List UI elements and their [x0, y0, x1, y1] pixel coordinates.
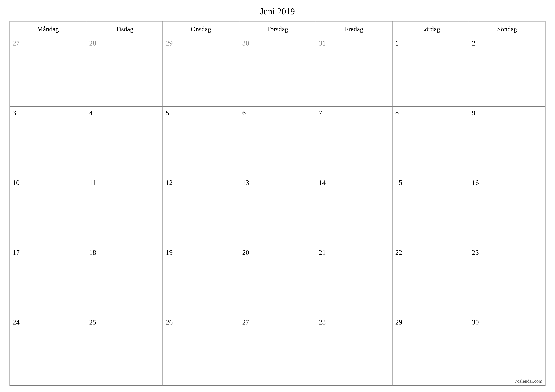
day-number: 11: [89, 179, 96, 186]
calendar-day-cell: 5: [163, 107, 239, 176]
day-number: 27: [242, 318, 249, 326]
day-number: 19: [166, 249, 173, 256]
day-number: 21: [319, 249, 326, 256]
weekday-header: Måndag: [10, 21, 86, 37]
calendar-day-cell: 26: [163, 316, 239, 385]
weekday-header: Fredag: [316, 21, 392, 37]
calendar-day-cell: 16: [469, 176, 545, 246]
day-number: 18: [89, 249, 96, 256]
calendar-day-cell: 7: [316, 107, 392, 176]
calendar-day-cell: 27: [10, 37, 86, 107]
weekday-header: Söndag: [469, 21, 545, 37]
calendar-day-cell: 24: [10, 316, 86, 385]
calendar-day-cell: 21: [316, 246, 392, 316]
day-number: 16: [472, 179, 479, 186]
calendar-day-cell: 10: [10, 176, 86, 246]
day-number: 15: [395, 179, 402, 186]
calendar-day-cell: 9: [469, 107, 545, 176]
day-number: 23: [472, 249, 479, 256]
calendar-day-cell: 31: [316, 37, 392, 107]
weekday-header-row: Måndag Tisdag Onsdag Torsdag Fredag Lörd…: [10, 21, 545, 37]
calendar-day-cell: 30: [239, 37, 316, 107]
day-number: 30: [472, 318, 479, 326]
day-number: 7: [319, 109, 322, 117]
day-number: 17: [13, 249, 20, 256]
calendar-day-cell: 3: [10, 107, 86, 176]
calendar-day-cell: 1: [392, 37, 469, 107]
day-number: 28: [319, 318, 326, 326]
day-number: 3: [13, 109, 16, 117]
calendar-day-cell: 4: [86, 107, 163, 176]
calendar-day-cell: 22: [392, 246, 469, 316]
day-number: 9: [472, 109, 475, 117]
day-number: 29: [395, 318, 402, 326]
footer-credit: 7calendar.com: [515, 378, 542, 384]
calendar-day-cell: 17: [10, 246, 86, 316]
calendar-week-row: 242526272829307calendar.com: [10, 316, 545, 385]
calendar-day-cell: 307calendar.com: [469, 316, 545, 385]
day-number: 14: [319, 179, 326, 186]
day-number: 27: [13, 39, 20, 47]
calendar-day-cell: 6: [239, 107, 316, 176]
calendar-day-cell: 19: [163, 246, 239, 316]
day-number: 8: [395, 109, 399, 117]
calendar-day-cell: 29: [163, 37, 239, 107]
calendar-container: Juni 2019 Måndag Tisdag Onsdag Torsdag F…: [9, 6, 546, 386]
calendar-day-cell: 2: [469, 37, 545, 107]
calendar-day-cell: 28: [86, 37, 163, 107]
day-number: 5: [166, 109, 169, 117]
calendar-week-row: 10111213141516: [10, 176, 545, 246]
day-number: 29: [166, 39, 173, 47]
day-number: 26: [166, 318, 173, 326]
calendar-week-row: 3456789: [10, 107, 545, 176]
day-number: 4: [89, 109, 93, 117]
weekday-header: Lördag: [392, 21, 469, 37]
day-number: 1: [395, 39, 399, 47]
calendar-week-row: 17181920212223: [10, 246, 545, 316]
weekday-header: Torsdag: [239, 21, 316, 37]
calendar-day-cell: 27: [239, 316, 316, 385]
day-number: 24: [13, 318, 20, 326]
day-number: 12: [166, 179, 173, 186]
weekday-header: Onsdag: [163, 21, 239, 37]
calendar-day-cell: 14: [316, 176, 392, 246]
calendar-title: Juni 2019: [9, 6, 546, 16]
calendar-table: Måndag Tisdag Onsdag Torsdag Fredag Lörd…: [9, 21, 546, 386]
calendar-day-cell: 18: [86, 246, 163, 316]
day-number: 28: [89, 39, 96, 47]
day-number: 25: [89, 318, 96, 326]
day-number: 10: [13, 179, 20, 186]
calendar-day-cell: 29: [392, 316, 469, 385]
day-number: 6: [242, 109, 246, 117]
day-number: 20: [242, 249, 249, 256]
calendar-day-cell: 15: [392, 176, 469, 246]
calendar-day-cell: 25: [86, 316, 163, 385]
day-number: 31: [319, 39, 326, 47]
calendar-day-cell: 13: [239, 176, 316, 246]
calendar-day-cell: 23: [469, 246, 545, 316]
calendar-body: 2728293031123456789101112131415161718192…: [10, 37, 545, 385]
day-number: 2: [472, 39, 475, 47]
calendar-day-cell: 28: [316, 316, 392, 385]
calendar-day-cell: 8: [392, 107, 469, 176]
calendar-day-cell: 12: [163, 176, 239, 246]
day-number: 13: [242, 179, 249, 186]
calendar-day-cell: 20: [239, 246, 316, 316]
weekday-header: Tisdag: [86, 21, 163, 37]
day-number: 22: [395, 249, 402, 256]
calendar-header: Måndag Tisdag Onsdag Torsdag Fredag Lörd…: [10, 21, 545, 37]
calendar-day-cell: 11: [86, 176, 163, 246]
day-number: 30: [242, 39, 249, 47]
calendar-week-row: 272829303112: [10, 37, 545, 107]
